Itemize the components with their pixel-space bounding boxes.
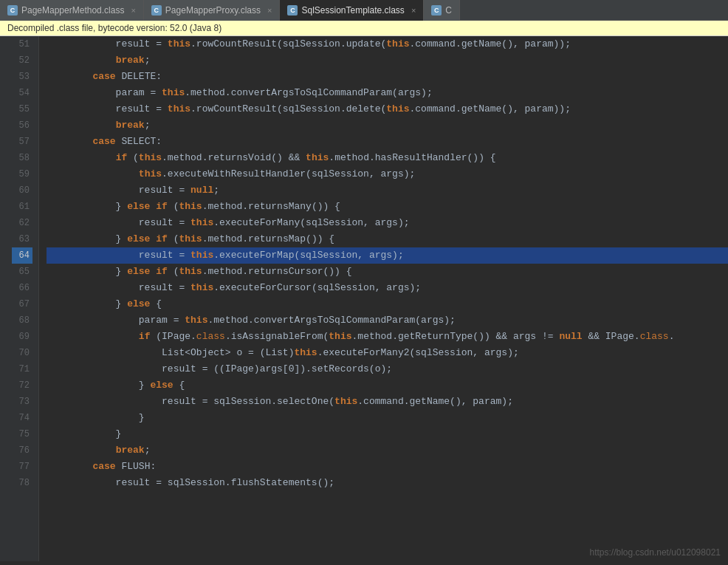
tab-close-1[interactable]: ×	[131, 6, 135, 15]
code-line: result = this.executeForMap(sqlSession, …	[47, 247, 728, 264]
tab-icon-1: C	[7, 5, 18, 16]
code-line: }	[47, 426, 728, 442]
line-number: 60	[12, 182, 32, 199]
code-line: result = ((IPage)args[0]).setRecords(o);	[47, 361, 728, 377]
code-line: result = sqlSession.selectOne(this.comma…	[47, 394, 728, 410]
line-number: 70	[12, 345, 32, 361]
code-line: } else {	[47, 296, 728, 312]
code-content: result = this.rowCountResult(sqlSession.…	[39, 36, 728, 561]
code-line: case DELETE:	[47, 69, 728, 85]
line-number: 54	[12, 85, 32, 101]
code-line: break;	[47, 442, 728, 459]
tab-icon-4: C	[431, 5, 442, 16]
line-number: 65	[12, 264, 32, 280]
tab-label-3: SqlSessionTemplate.class	[301, 5, 404, 16]
line-number: 63	[12, 231, 32, 247]
tab-sqlsessiontemplate[interactable]: C SqlSessionTemplate.class ×	[280, 0, 424, 21]
line-number: 76	[12, 442, 32, 459]
line-number: 75	[12, 426, 32, 442]
line-number: 53	[12, 69, 32, 85]
tab-icon-3: C	[287, 5, 298, 16]
info-bar: Decompiled .class file, bytecode version…	[0, 21, 728, 36]
line-number: 59	[12, 166, 32, 182]
tab-label-1: PageMapperMethod.class	[21, 5, 124, 16]
line-number: 56	[12, 117, 32, 134]
line-number: 74	[12, 410, 32, 426]
gutter	[0, 36, 6, 561]
tab-pagemapperproxy[interactable]: C PageMapperProxy.class ×	[144, 0, 281, 21]
editor[interactable]: 5152535455565758596061626364656667686970…	[0, 36, 728, 561]
code-line: if (IPage.class.isAssignableFrom(this.me…	[47, 329, 728, 345]
line-number: 77	[12, 459, 32, 475]
code-line: break;	[47, 52, 728, 69]
tab-icon-2: C	[151, 5, 162, 16]
line-number: 78	[12, 475, 32, 491]
line-number: 64	[12, 247, 32, 264]
code-line: } else if (this.method.returnsMany()) {	[47, 199, 728, 215]
code-line: result = this.executeForMany(sqlSession,…	[47, 215, 728, 231]
code-line: break;	[47, 117, 728, 134]
code-line: result = this.executeForCursor(sqlSessio…	[47, 280, 728, 296]
code-line: }	[47, 410, 728, 426]
tab-extra[interactable]: C C	[424, 0, 460, 21]
line-number: 58	[12, 150, 32, 166]
code-line: if (this.method.returnsVoid() && this.me…	[47, 150, 728, 166]
code-line: result = this.rowCountResult(sqlSession.…	[47, 101, 728, 117]
line-number: 62	[12, 215, 32, 231]
tab-pagemappermethod[interactable]: C PageMapperMethod.class ×	[0, 0, 144, 21]
code-line: param = this.method.convertArgsToSqlComm…	[47, 85, 728, 101]
line-number: 61	[12, 199, 32, 215]
line-numbers: 5152535455565758596061626364656667686970…	[6, 36, 39, 561]
code-line: result = sqlSession.flushStatements();	[47, 475, 728, 491]
code-line: case FLUSH:	[47, 459, 728, 475]
code-line: } else {	[47, 377, 728, 394]
tab-label-2: PageMapperProxy.class	[165, 5, 261, 16]
code-line: case SELECT:	[47, 134, 728, 150]
code-line: List<Object> o = (List)this.executeForMa…	[47, 345, 728, 361]
tab-label-4: C	[445, 5, 452, 16]
line-number: 66	[12, 280, 32, 296]
line-number: 55	[12, 101, 32, 117]
info-text: Decompiled .class file, bytecode version…	[7, 23, 222, 33]
code-area: 5152535455565758596061626364656667686970…	[0, 36, 728, 561]
code-line: param = this.method.convertArgsToSqlComm…	[47, 312, 728, 329]
code-line: } else if (this.method.returnsMap()) {	[47, 231, 728, 247]
line-number: 69	[12, 329, 32, 345]
tab-close-2[interactable]: ×	[267, 6, 272, 15]
line-number: 67	[12, 296, 32, 312]
line-number: 68	[12, 312, 32, 329]
code-line: result = null;	[47, 182, 728, 199]
line-number: 52	[12, 52, 32, 69]
tab-close-3[interactable]: ×	[411, 6, 416, 15]
line-number: 72	[12, 377, 32, 394]
code-line: this.executeWithResultHandler(sqlSession…	[47, 166, 728, 182]
line-number: 71	[12, 361, 32, 377]
line-number: 73	[12, 394, 32, 410]
tab-bar: C PageMapperMethod.class × C PageMapperP…	[0, 0, 728, 21]
code-line: } else if (this.method.returnsCursor()) …	[47, 264, 728, 280]
line-number: 51	[12, 36, 32, 52]
line-number: 57	[12, 134, 32, 150]
code-line: result = this.rowCountResult(sqlSession.…	[47, 36, 728, 52]
